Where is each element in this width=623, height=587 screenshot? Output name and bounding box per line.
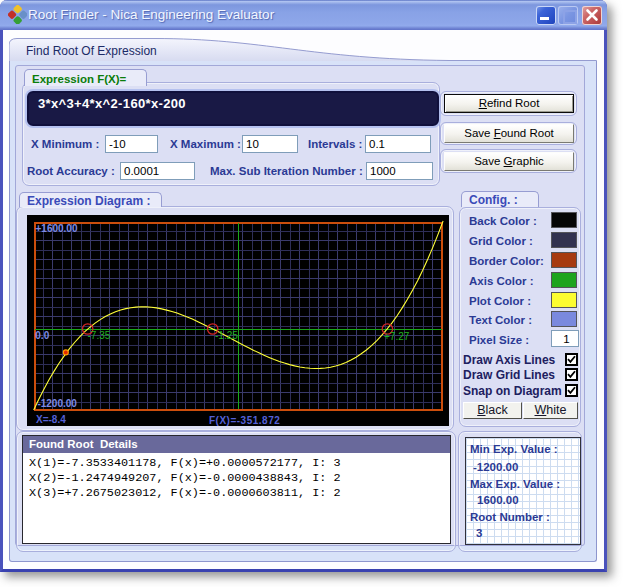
svg-text:+1600.00: +1600.00 bbox=[36, 223, 78, 234]
svg-text:-7.35: -7.35 bbox=[88, 330, 111, 341]
svg-text:-1200.00: -1200.00 bbox=[37, 398, 77, 409]
svg-text:-1.25: -1.25 bbox=[215, 330, 238, 341]
svg-text:F(X)=-351.872: F(X)=-351.872 bbox=[209, 415, 280, 426]
svg-text:+7.27: +7.27 bbox=[384, 331, 410, 342]
svg-text:X=-8.4: X=-8.4 bbox=[36, 414, 66, 425]
svg-text:0.0: 0.0 bbox=[35, 330, 49, 341]
